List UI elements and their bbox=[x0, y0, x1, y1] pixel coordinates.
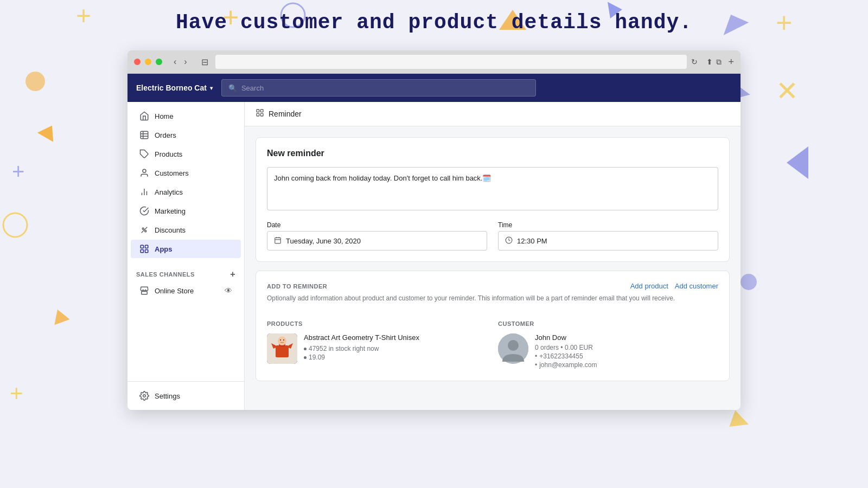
search-bar[interactable]: 🔍 Search bbox=[221, 79, 536, 97]
customer-info: John Dow 0 orders • 0.00 EUR • +31622334… bbox=[535, 333, 718, 370]
browser-back-button[interactable]: ‹ bbox=[171, 56, 179, 68]
browser-share-button[interactable]: ⬆ bbox=[706, 57, 713, 67]
date-time-row: Date Tuesday, June 30, 2020 bbox=[267, 221, 718, 251]
browser-dot-red[interactable] bbox=[134, 59, 141, 65]
online-store-icon bbox=[139, 286, 149, 296]
add-product-button[interactable]: Add product bbox=[630, 282, 668, 290]
sidebar-item-orders[interactable]: Orders bbox=[131, 126, 241, 144]
browser-dot-green[interactable] bbox=[156, 59, 162, 65]
date-field-group: Date Tuesday, June 30, 2020 bbox=[267, 221, 487, 251]
sidebar-discounts-label: Discounts bbox=[155, 226, 186, 234]
home-icon bbox=[139, 111, 149, 121]
store-name-text: Electric Borneo Cat bbox=[136, 84, 207, 92]
date-input[interactable]: Tuesday, June 30, 2020 bbox=[267, 231, 487, 251]
clock-icon bbox=[505, 236, 513, 246]
eye-icon[interactable]: 👁 bbox=[225, 286, 232, 295]
browser-dot-yellow[interactable] bbox=[145, 59, 151, 65]
svg-rect-38 bbox=[257, 110, 259, 112]
store-name[interactable]: Electric Borneo Cat ▾ bbox=[136, 84, 213, 92]
svg-rect-34 bbox=[141, 250, 143, 253]
sidebar-item-analytics[interactable]: Analytics bbox=[131, 183, 241, 201]
add-customer-button[interactable]: Add customer bbox=[675, 282, 718, 290]
sidebar-settings-label: Settings bbox=[155, 392, 180, 400]
add-reminder-description: Optionally add information about product… bbox=[267, 293, 718, 303]
product-name: Abstract Art Geometry T-Shirt Unisex bbox=[304, 333, 487, 342]
browser-toolbar: ‹ › ⊟ ↻ ⬆ ⧉ + bbox=[127, 50, 741, 74]
add-reminder-label: ADD TO REMINDER bbox=[267, 283, 327, 290]
svg-rect-35 bbox=[145, 250, 148, 253]
sales-channels-label: SALES CHANNELS bbox=[136, 271, 195, 278]
add-to-reminder-card: ADD TO REMINDER Add product Add customer… bbox=[256, 271, 730, 381]
sidebar-home-label: Home bbox=[155, 112, 174, 120]
sidebar-products-label: Products bbox=[155, 150, 182, 158]
time-field-group: Time 12:30 PM bbox=[498, 221, 718, 251]
online-store-label: Online Store bbox=[155, 287, 194, 295]
browser-address-bar[interactable] bbox=[215, 55, 687, 69]
browser-grid-button[interactable]: ⊟ bbox=[199, 56, 211, 68]
app-body: Home Orders Products bbox=[127, 102, 741, 410]
add-sales-channel-button[interactable]: + bbox=[230, 269, 235, 279]
info-grid: PRODUCTS bbox=[267, 320, 718, 370]
sidebar-item-customers[interactable]: Customers bbox=[131, 164, 241, 182]
sidebar-item-settings[interactable]: Settings bbox=[131, 387, 241, 405]
customer-name: John Dow bbox=[535, 333, 718, 342]
product-item: Abstract Art Geometry T-Shirt Unisex 479… bbox=[267, 333, 487, 364]
svg-point-37 bbox=[143, 395, 146, 397]
sidebar-item-apps[interactable]: Apps bbox=[131, 240, 241, 258]
svg-point-29 bbox=[142, 228, 144, 229]
sidebar-item-products[interactable]: Products bbox=[131, 145, 241, 163]
marketing-icon bbox=[139, 206, 149, 216]
svg-point-52 bbox=[278, 337, 286, 345]
svg-point-53 bbox=[280, 339, 281, 341]
chevron-down-icon: ▾ bbox=[210, 85, 213, 91]
svg-rect-20 bbox=[141, 131, 148, 139]
content-body: New reminder John coming back from holid… bbox=[245, 126, 741, 410]
sidebar-orders-label: Orders bbox=[155, 131, 176, 139]
customer-orders: 0 orders • 0.00 EUR bbox=[535, 344, 718, 351]
sidebar-apps-label: Apps bbox=[155, 245, 173, 253]
browser-forward-button[interactable]: › bbox=[181, 56, 189, 68]
sidebar-item-online-store[interactable]: Online Store 👁 bbox=[131, 282, 241, 299]
products-column: PRODUCTS bbox=[267, 320, 487, 370]
browser-window: ‹ › ⊟ ↻ ⬆ ⧉ + Electric Borneo Cat ▾ 🔍 bbox=[127, 50, 741, 410]
browser-copy-button[interactable]: ⧉ bbox=[716, 57, 722, 67]
card-title: New reminder bbox=[267, 149, 718, 158]
reminder-card: New reminder John coming back from holid… bbox=[256, 137, 730, 262]
sidebar-item-marketing[interactable]: Marketing bbox=[131, 202, 241, 220]
reminder-textarea[interactable]: John coming back from holiday today. Don… bbox=[267, 167, 718, 210]
time-input[interactable]: 12:30 PM bbox=[498, 231, 718, 251]
customers-icon bbox=[139, 168, 149, 178]
product-thumbnail bbox=[267, 333, 297, 364]
app-topbar: Electric Borneo Cat ▾ 🔍 Search bbox=[127, 74, 741, 102]
sidebar: Home Orders Products bbox=[127, 102, 245, 410]
svg-point-25 bbox=[143, 169, 146, 172]
svg-point-54 bbox=[283, 339, 284, 341]
content-header: Reminder bbox=[245, 102, 741, 126]
customer-column: CUSTOMER bbox=[498, 320, 718, 370]
customer-item: John Dow 0 orders • 0.00 EUR • +31622334… bbox=[498, 333, 718, 370]
add-reminder-header: ADD TO REMINDER Add product Add customer bbox=[267, 282, 718, 290]
sidebar-item-home[interactable]: Home bbox=[131, 107, 241, 125]
sidebar-analytics-label: Analytics bbox=[155, 188, 183, 196]
svg-rect-32 bbox=[141, 245, 143, 248]
sales-channels-section: SALES CHANNELS + bbox=[127, 263, 244, 281]
search-icon: 🔍 bbox=[228, 84, 237, 92]
svg-rect-42 bbox=[275, 237, 281, 243]
browser-new-tab-button[interactable]: + bbox=[728, 56, 734, 68]
time-value: 12:30 PM bbox=[517, 237, 547, 245]
date-label: Date bbox=[267, 221, 487, 229]
browser-action-buttons: ⬆ ⧉ bbox=[706, 57, 722, 67]
browser-reload-button[interactable]: ↻ bbox=[691, 57, 698, 66]
products-section-title: PRODUCTS bbox=[267, 320, 487, 327]
settings-icon bbox=[139, 391, 149, 401]
content-header-title: Reminder bbox=[269, 110, 302, 118]
customer-email: • john@example.com bbox=[535, 361, 718, 369]
products-icon bbox=[139, 149, 149, 159]
svg-rect-36 bbox=[142, 292, 148, 294]
orders-icon bbox=[139, 130, 149, 140]
customer-avatar bbox=[498, 333, 528, 364]
sidebar-item-discounts[interactable]: Discounts bbox=[131, 221, 241, 239]
content-area: Reminder New reminder John coming back f… bbox=[245, 102, 741, 410]
svg-rect-41 bbox=[260, 113, 263, 116]
add-reminder-actions: Add product Add customer bbox=[630, 282, 718, 290]
